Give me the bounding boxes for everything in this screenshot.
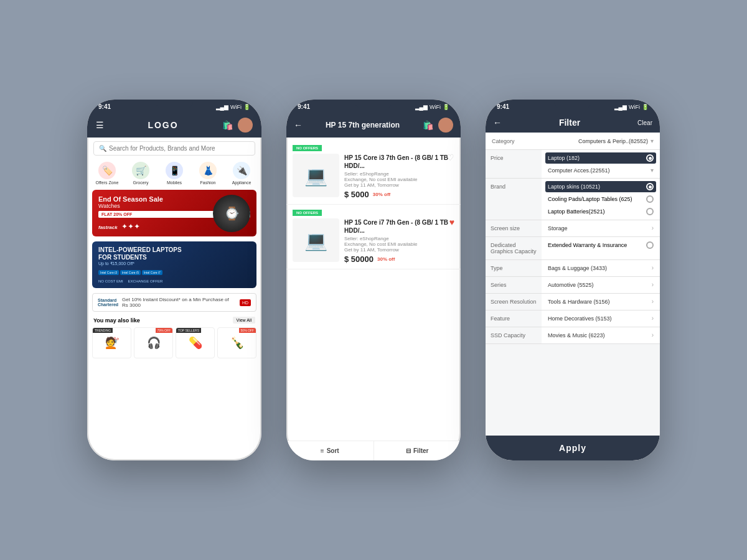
category-label: Category (492, 138, 515, 144)
thumb-2[interactable]: 79% OFF 🎧 (134, 327, 173, 358)
screen-size-options: Storage › (542, 220, 660, 236)
price-option-laptop[interactable]: Laptop (182) (545, 152, 656, 164)
feature-option-decor[interactable]: Home Decoratives (5153) › (545, 313, 656, 324)
apply-button[interactable]: Apply (486, 436, 660, 460)
top-sellers-badge: TOP SELLERS (176, 328, 201, 333)
storage-label: Storage (548, 225, 568, 231)
you-may-like-label: You may also like (93, 317, 140, 324)
filter-button[interactable]: ⊟ Filter (374, 441, 461, 460)
avatar[interactable] (238, 118, 253, 133)
wishlist-btn-1[interactable]: ♡ (446, 152, 454, 162)
product-card-1[interactable]: NO OFFERS 💻 HP 15 Core i3 7th Gen - (8 G… (286, 140, 461, 205)
filter-title: Filter (559, 118, 580, 128)
offers-icon: 🏷️ (98, 162, 116, 179)
brand-option-batteries[interactable]: Laptop Batteries(2521) (545, 206, 656, 217)
wifi-icon-3: WiFi (629, 104, 640, 110)
ssd-options: Movies & Music (6223) › (542, 327, 660, 343)
cat-appliance-label: Appliance (232, 180, 251, 185)
offer-tags: NO COST EMI EXCHANGE OFFER (98, 279, 250, 283)
bag-icon[interactable]: 🛍️ (222, 120, 233, 130)
wishlist-btn-2[interactable]: ♥ (449, 217, 454, 227)
banner-watches[interactable]: End Of Season Sale Watches FLAT 20% OFF … (92, 190, 256, 236)
price-row-2: $ 50000 30% off (344, 254, 454, 264)
tools-label: Tools & Hardware (5156) (548, 299, 610, 305)
series-option-auto[interactable]: Automotive (5525) › (545, 279, 656, 290)
chevron-tools: › (652, 298, 654, 305)
cat-offers[interactable]: 🏷️ Offers Zone (91, 162, 123, 185)
discount-1: 30% off (373, 192, 390, 197)
laptop-line1: INTEL-POWERED LAPTOPS (98, 246, 250, 254)
product-name-1: HP 15 Core i3 7th Gen - (8 GB/ 1 TB HDD/… (344, 154, 454, 170)
signal-icon-3: ▂▄▆ (614, 104, 627, 110)
phone2-content: ← HP 15 7th generation 🛍️ NO OFFERS 💻 HP… (286, 113, 461, 460)
category-filter-row[interactable]: Category Computers & Perip..(82552) ▾ (486, 133, 660, 150)
delivery-info-1: Get by 11 AM, Tomorrow (344, 182, 454, 188)
phone2-header: ← HP 15 7th generation 🛍️ (286, 113, 461, 138)
graphics-option-warranty[interactable]: Extended Warranty & Insurance (545, 240, 656, 251)
ssd-option-movies[interactable]: Movies & Music (6223) › (545, 330, 656, 340)
resolution-option-tools[interactable]: Tools & Hardware (5156) › (545, 296, 656, 307)
product-card-2[interactable]: NO OFFERS 💻 HP 15 Core i7 7th Gen - (8 G… (286, 205, 461, 269)
ssd-label: SSD Capacity (486, 327, 542, 343)
thumb-1[interactable]: TRENDING 💇 (92, 327, 131, 358)
status-icons-3: ▂▄▆ WiFi 🔋 (614, 104, 649, 110)
price-2: $ 50000 (344, 254, 374, 264)
back-button[interactable]: ← (294, 120, 303, 130)
notch-1 (156, 100, 193, 108)
thumb-4[interactable]: 50% OFF 🍾 (217, 327, 256, 358)
avatar-2[interactable] (438, 118, 453, 133)
phone1-header: ☰ LOGO 🛍️ (87, 113, 261, 138)
notch-3 (554, 100, 591, 108)
filter-graphics: Dedicated Graphics Capacity Extended War… (486, 237, 660, 260)
hamburger-icon[interactable]: ☰ (96, 120, 104, 130)
screen-option-storage[interactable]: Storage › (545, 223, 656, 233)
thumb-3[interactable]: TOP SELLERS 💊 (176, 327, 215, 358)
price-option-accessories[interactable]: Computer Acces.(22551) ▾ (545, 165, 656, 175)
category-value: Computers & Perip..(82552) (578, 138, 648, 144)
intel-badges: Intel Core i3 Intel Core i5 Intel Core i… (98, 270, 250, 275)
phone2-header-right: 🛍️ (423, 118, 453, 133)
chevron-auto: › (652, 281, 654, 288)
price-options: Laptop (182) Computer Acces.(22551) ▾ (542, 150, 660, 178)
search-bar[interactable]: 🔍 (93, 141, 255, 156)
thumb-img-2: 🎧 (147, 336, 161, 350)
watch-image: ⌚ (213, 195, 250, 232)
intel-badge-1: Intel Core i3 (98, 270, 119, 275)
cat-fashion[interactable]: 👗 Fashion (192, 162, 224, 185)
filter-content: Price Laptop (182) Computer Acces.(22551… (486, 150, 660, 436)
filter-screen-size: Screen size Storage › (486, 220, 660, 237)
sort-button[interactable]: ≡ Sort (286, 441, 374, 460)
phone1-content: ☰ LOGO 🛍️ 🔍 🏷️ Offers Zone 🛒 Grocery 📱 (87, 113, 261, 460)
bank-name: StandardChartered (98, 298, 118, 307)
type-option-bags[interactable]: Bags & Luggage (3433) › (545, 263, 656, 273)
product-name-2: HP 15 Core i7 7th Gen - (8 GB/ 1 TB HDD/… (344, 218, 454, 235)
intel-badge-2: Intel Core i5 (120, 270, 141, 275)
clear-button[interactable]: Clear (637, 119, 652, 126)
back-button-3[interactable]: ← (493, 118, 502, 128)
screen-size-label: Screen size (486, 220, 542, 236)
chevron-bags: › (652, 264, 654, 271)
warranty-label: Extended Warranty & Insurance (548, 242, 627, 248)
cat-appliance[interactable]: 🔌 Appliance (225, 162, 258, 185)
cat-mobiles[interactable]: 📱 Mobiles (158, 162, 190, 185)
signal-icon: ▂▄▆ (216, 104, 228, 110)
bag-icon-2[interactable]: 🛍️ (423, 120, 433, 130)
product-info-1: HP 15 Core i3 7th Gen - (8 GB/ 1 TB HDD/… (344, 145, 454, 199)
product-list: NO OFFERS 💻 HP 15 Core i3 7th Gen - (8 G… (286, 138, 461, 441)
cat-grocery[interactable]: 🛒 Grocery (125, 162, 157, 185)
brand-option-skins[interactable]: Laptop skins (10521) (545, 181, 656, 192)
filter-resolution: Screen Resolution Tools & Hardware (5156… (486, 294, 660, 310)
search-input[interactable] (109, 145, 250, 152)
view-all-button[interactable]: View All (233, 317, 255, 324)
type-options: Bags & Luggage (3433) › (542, 260, 660, 276)
logo: LOGO (148, 120, 178, 130)
trending-badge: TRENDING (93, 328, 113, 333)
brand-option-cooling[interactable]: Cooling Pads/Laptop Tables (625) (545, 194, 656, 205)
price-1: $ 5000 (344, 190, 369, 199)
product-info-2: HP 15 Core i7 7th Gen - (8 GB/ 1 TB HDD/… (344, 210, 454, 264)
brand-skins-label: Laptop skins (10521) (548, 184, 600, 190)
banner-laptops[interactable]: INTEL-POWERED LAPTOPS FOR STUDENTS Up to… (92, 241, 256, 288)
status-icons-1: ▂▄▆ WiFi 🔋 (216, 104, 250, 110)
brand-batteries-label: Laptop Batteries(2521) (548, 208, 605, 215)
emi-info-1: Exchange, No cost EMI available (344, 177, 454, 182)
